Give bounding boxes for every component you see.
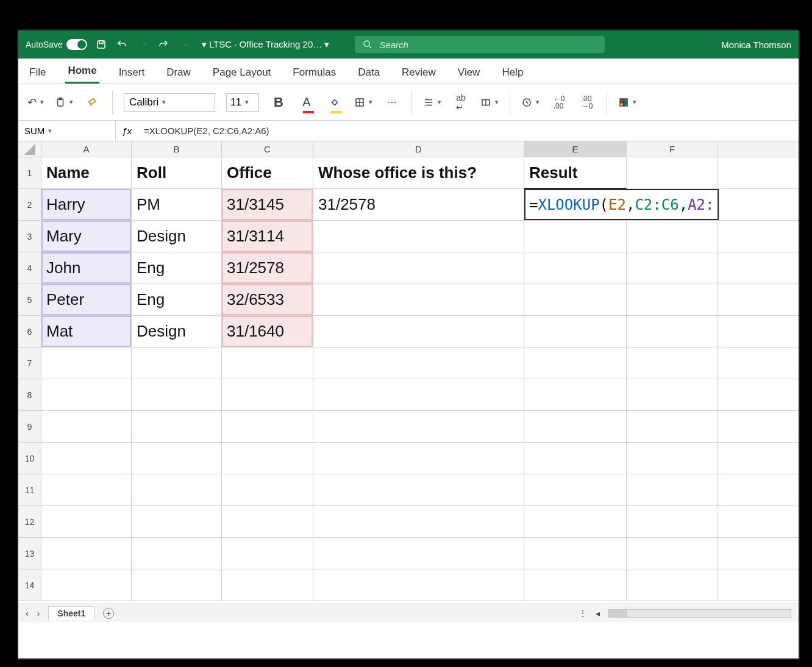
cell-g3[interactable]: [718, 221, 799, 252]
cell-f6[interactable]: [627, 316, 718, 348]
row-header[interactable]: 10: [18, 443, 41, 474]
cell-c3[interactable]: 31/3114: [222, 221, 313, 252]
font-name-select[interactable]: Calibri: [124, 93, 215, 112]
tab-file[interactable]: File: [27, 62, 48, 84]
font-color-button[interactable]: A: [298, 93, 315, 112]
toggle-switch-icon[interactable]: [66, 39, 87, 50]
cell-f1[interactable]: [627, 157, 718, 189]
col-header-blank[interactable]: [718, 141, 799, 157]
col-header-b[interactable]: B: [132, 141, 222, 157]
select-all-corner[interactable]: [18, 141, 41, 157]
cell-b5[interactable]: Eng: [132, 284, 222, 316]
cell-c4[interactable]: 31/2578: [222, 252, 313, 284]
cell-c1[interactable]: Office: [222, 157, 313, 189]
spreadsheet-grid[interactable]: A B C D E F 1 Name Roll Office Whose off…: [18, 141, 799, 622]
cell-a5[interactable]: Peter: [41, 284, 132, 316]
tab-data[interactable]: Data: [355, 62, 382, 84]
col-header-c[interactable]: C: [222, 141, 313, 157]
bold-button[interactable]: B: [270, 93, 287, 112]
cell-b6[interactable]: Design: [132, 316, 222, 348]
cell-d5[interactable]: [313, 284, 524, 316]
row-header[interactable]: 5: [18, 284, 41, 316]
more-font-icon[interactable]: ···: [383, 93, 401, 112]
cell-d2[interactable]: 31/2578: [313, 189, 524, 221]
cell-e5[interactable]: [524, 284, 627, 316]
cell-c5[interactable]: 32/6533: [222, 284, 313, 316]
row-header[interactable]: 8: [18, 379, 41, 411]
row-header[interactable]: 1: [18, 157, 41, 189]
autosave-toggle[interactable]: AutoSave: [26, 39, 87, 50]
font-size-select[interactable]: 11: [226, 93, 259, 112]
row-header[interactable]: 7: [18, 348, 41, 379]
undo-dropdown-icon[interactable]: [136, 38, 149, 51]
fx-icon[interactable]: ƒx: [116, 126, 138, 136]
tab-draw[interactable]: Draw: [164, 62, 193, 84]
add-sheet-button[interactable]: +: [103, 608, 114, 619]
cell-g1[interactable]: [718, 157, 799, 189]
scroll-left-icon[interactable]: ◂: [596, 608, 600, 618]
format-painter-icon[interactable]: [84, 93, 101, 112]
row-header[interactable]: 12: [18, 506, 41, 538]
sheet-nav-prev-icon[interactable]: ‹: [26, 608, 29, 618]
formula-input[interactable]: =XLOOKUP(E2, C2:C6,A2:A6): [138, 126, 799, 136]
tab-view[interactable]: View: [455, 62, 483, 84]
cell-a3[interactable]: Mary: [41, 221, 132, 252]
scrollbar-thumb[interactable]: [609, 610, 627, 617]
styles-button[interactable]: [618, 93, 636, 112]
cell-e1[interactable]: Result: [524, 157, 627, 189]
undo-icon[interactable]: [115, 38, 129, 51]
row-header[interactable]: 11: [18, 474, 41, 506]
cell-c2[interactable]: 31/3145: [222, 189, 313, 221]
save-icon[interactable]: [94, 38, 108, 51]
cell-f4[interactable]: [627, 252, 718, 284]
cell-d1[interactable]: Whose office is this?: [313, 157, 524, 189]
redo-icon[interactable]: [157, 38, 170, 51]
cell-b1[interactable]: Roll: [132, 157, 222, 189]
redo-dropdown-icon[interactable]: [177, 38, 191, 51]
align-button[interactable]: [423, 93, 441, 112]
tab-page-layout[interactable]: Page Layout: [210, 62, 273, 84]
wrap-text-icon[interactable]: ab↵: [452, 93, 469, 112]
user-name[interactable]: Monica Thomson: [721, 40, 791, 50]
cell-c6[interactable]: 31/1640: [222, 316, 313, 348]
tab-home[interactable]: Home: [65, 60, 99, 84]
cell-d6[interactable]: [313, 316, 524, 348]
tab-insert[interactable]: Insert: [116, 62, 148, 84]
sheet-nav-next-icon[interactable]: ›: [37, 608, 40, 618]
undo-button[interactable]: ↶: [27, 93, 44, 112]
name-box[interactable]: SUM: [18, 121, 116, 141]
tab-formulas[interactable]: Formulas: [290, 62, 338, 84]
cell-e2-active[interactable]: =XLOOKUP(E2, C2:C6,A2:: [524, 189, 719, 221]
col-header-f[interactable]: F: [627, 141, 718, 157]
search-input[interactable]: Search: [355, 36, 605, 53]
cell-b3[interactable]: Design: [132, 221, 222, 252]
number-format-button[interactable]: [521, 93, 540, 112]
cell-f2[interactable]: [719, 189, 799, 221]
cell-g4[interactable]: [718, 252, 799, 284]
cell-d3[interactable]: [313, 221, 524, 252]
row-header[interactable]: 9: [18, 411, 41, 443]
cell-a2[interactable]: Harry: [41, 189, 132, 221]
cell-e6[interactable]: [524, 316, 627, 348]
tab-review[interactable]: Review: [399, 62, 438, 84]
increase-decimal-icon[interactable]: .00→0: [579, 93, 596, 112]
document-title[interactable]: ▾ LTSC · Office Tracking 20… ▾: [202, 39, 330, 50]
horizontal-scrollbar[interactable]: [608, 609, 791, 618]
row-header[interactable]: 2: [18, 189, 41, 221]
col-header-d[interactable]: D: [313, 141, 524, 157]
cell-f5[interactable]: [627, 284, 718, 316]
row-header[interactable]: 14: [18, 569, 41, 601]
col-header-a[interactable]: A: [41, 141, 132, 157]
tab-help[interactable]: Help: [499, 62, 525, 84]
cell-f3[interactable]: [627, 221, 718, 252]
borders-button[interactable]: [354, 93, 372, 112]
decrease-decimal-icon[interactable]: ←0.00: [550, 93, 568, 112]
cell-g5[interactable]: [718, 284, 799, 316]
merge-button[interactable]: [480, 93, 499, 112]
cell-a1[interactable]: Name: [41, 157, 132, 189]
cell-b4[interactable]: Eng: [132, 252, 222, 284]
fill-color-button[interactable]: [326, 93, 343, 112]
row-header[interactable]: 3: [18, 221, 41, 252]
row-header[interactable]: 13: [18, 538, 41, 569]
cell-g6[interactable]: [718, 316, 799, 348]
